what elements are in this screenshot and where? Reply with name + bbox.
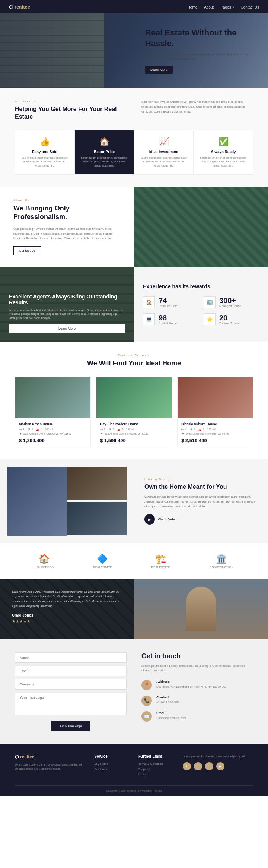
hero-section: Real Estate Without the Hassle. Lorem ip… <box>0 13 268 88</box>
name-input[interactable] <box>15 652 127 663</box>
investment-text: Lorem ipsum dolor sit amet, consectetur … <box>140 156 188 168</box>
contact-title: Get in touch <box>141 652 253 660</box>
testimonial-text-side: Cras id gravida purus. Praesent quis ull… <box>0 579 134 639</box>
nav-home[interactable]: Home <box>188 5 198 9</box>
nav-contact[interactable]: Contact Us <box>241 5 259 9</box>
agents-stats-side: Experience has its rewards. 🏠 74 Home on… <box>134 267 268 342</box>
stat-escrow-number: 20 <box>219 314 240 321</box>
price-icon: 🏠 <box>80 137 128 147</box>
email-input[interactable] <box>15 666 127 676</box>
partner-2-name: REALESTATE <box>93 566 112 569</box>
footer-grid: ⬡ realtee Lorem ipsum dolor sit amet, co… <box>15 754 253 778</box>
send-message-button[interactable]: Send Message <box>51 721 90 731</box>
email-title: Email <box>156 711 186 715</box>
stat-escrow-label: Escrow Service <box>219 321 240 325</box>
stat-home-sale: 🏠 74 Home on Sale <box>143 296 198 308</box>
featured-title: We Will Find Your Ideal Home <box>15 359 253 368</box>
easy-title: Easy and Safe <box>20 150 69 154</box>
service-cards-grid: 👍 Easy and Safe Lorem ipsum dolor sit am… <box>15 130 253 175</box>
hero-learn-more-button[interactable]: Learn More <box>145 66 173 74</box>
featured-header: Featured Property We Will Find Your Idea… <box>15 354 253 368</box>
service-section: Our Service Helping You Get More For You… <box>0 88 268 187</box>
about-contact-button[interactable]: Contact Us <box>13 246 41 255</box>
footer-link-terms[interactable]: Terms & Condition <box>138 762 174 766</box>
social-linkedin-icon[interactable]: in <box>205 762 213 770</box>
phone-icon: 📞 <box>141 696 152 706</box>
ready-text: Lorem ipsum dolor sit amet, consectetur … <box>199 156 248 168</box>
service-label: Our Service <box>15 100 127 103</box>
spec-baths-1: 🚿 1 <box>27 428 33 431</box>
social-facebook-icon[interactable]: f <box>183 762 191 770</box>
service-card-price: 🏠 Better Price Lorem ipsum dolor sit ame… <box>74 130 134 175</box>
interior-images-grid <box>0 459 134 543</box>
property-location-3: 📍 89 E. Shore Rd. Torrington, CT 06790 <box>181 433 249 435</box>
stat-escrow-info: 20 Escrow Service <box>219 314 240 325</box>
testimonial-name: Craig Jones <box>12 613 122 617</box>
social-twitter-icon[interactable]: t <box>194 762 202 770</box>
logo[interactable]: ⬡ realtee <box>9 4 30 10</box>
property-price-1: $ 1,299,499 <box>19 438 87 443</box>
ready-icon: ✅ <box>199 137 248 147</box>
interior-images-right <box>67 467 127 536</box>
footer-social-text: Lorem ipsum dolor sit amet, consectetur … <box>183 754 253 758</box>
play-icon[interactable]: ▶ <box>144 514 155 525</box>
footer-link-buy[interactable]: Buy Home <box>94 762 130 766</box>
phone-title: Contact <box>156 696 180 699</box>
agents-image-side: Excellent Agents Always Bring Outstandin… <box>0 267 134 342</box>
property-image-3 <box>178 377 253 418</box>
partner-2-icon: 🔷 <box>93 554 112 564</box>
stat-managed-label: Managed House <box>219 304 241 308</box>
footer-link-sell[interactable]: Sell Home <box>94 767 130 771</box>
interior-content: Interior Design Own the Home Meant for Y… <box>134 459 268 543</box>
stat-home-label: Home on Sale <box>159 304 178 308</box>
stat-rented-info: 98 Rented Home <box>159 314 177 325</box>
spec-beds-3: 🛏 4 <box>181 428 186 431</box>
footer-socials: f t in ▶ <box>183 762 253 770</box>
spec-size-2: 150 m² <box>126 428 134 431</box>
nav-about[interactable]: About <box>204 5 214 9</box>
footer-link-property[interactable]: Property <box>138 767 174 771</box>
spec-parking-2: 🚗 2 <box>117 428 123 431</box>
partner-1: 🏠 HOUSEDECO <box>35 554 54 569</box>
watch-video-button[interactable]: ▶ Watch Video <box>144 514 258 525</box>
interior-section: Interior Design Own the Home Meant for Y… <box>0 459 268 543</box>
testimonial-image-side <box>134 579 268 639</box>
spec-beds-2: 🛏 3 <box>100 428 105 431</box>
contact-address-item: 📍 Address Dia-Robje 71h Blumberg St New … <box>141 680 253 690</box>
about-img-placeholder <box>134 187 268 267</box>
message-textarea[interactable] <box>15 693 127 715</box>
service-card-ready: ✅ Always Ready Lorem ipsum dolor sit ame… <box>194 130 253 175</box>
footer-link-news[interactable]: News <box>138 773 174 776</box>
property-location-2: 📍 616 Atlantic Lane Northville, MI 48167 <box>100 433 168 435</box>
stat-home-info: 74 Home on Sale <box>159 297 178 308</box>
property-location-1: 📍 213 Windfall Street Glen Cove, NY 1154… <box>19 433 87 435</box>
price-title: Better Price <box>80 150 128 154</box>
stat-home-icon: 🏠 <box>143 296 155 308</box>
address-icon: 📍 <box>141 680 152 690</box>
price-text: Lorem ipsum dolor sit amet, consectetur … <box>80 156 128 168</box>
investment-title: Ideal Investment <box>140 150 188 154</box>
property-name-2: City Side Modern House <box>100 422 168 426</box>
footer-social-col: Lorem ipsum dolor sit amet, consectetur … <box>183 754 253 778</box>
footer-logo: ⬡ realtee <box>15 754 85 760</box>
property-info-1: Modern Urban House 🛏 2 🚿 1 🚗 1 200 m² 📍 … <box>15 418 90 447</box>
stat-home-number: 74 <box>159 297 178 304</box>
ready-title: Always Ready <box>199 150 248 154</box>
social-youtube-icon[interactable]: ▶ <box>216 762 224 770</box>
service-text: Sed nibh nisl, viverra a tristique vel, … <box>141 100 253 114</box>
spec-parking-1: 🚗 1 <box>36 428 42 431</box>
person-silhouette <box>186 587 216 631</box>
agents-image: Excellent Agents Always Bring Outstandin… <box>0 267 134 342</box>
agents-learn-more-button[interactable]: Learn More <box>9 324 125 333</box>
hero-text: Lorem ipsum dolor sit amet, consectetur … <box>145 52 257 61</box>
stat-managed-info: 300+ Managed House <box>219 297 241 308</box>
testimonial-content: Cras id gravida purus. Praesent quis ull… <box>0 579 268 639</box>
company-input[interactable] <box>15 679 127 690</box>
stat-escrow: ⭐ 20 Escrow Service <box>204 313 259 325</box>
stat-rented: 💻 98 Rented Home <box>143 313 198 325</box>
nav-pages[interactable]: Pages ▾ <box>220 5 234 9</box>
property-info-2: City Side Modern House 🛏 3 🚿 1 🚗 2 150 m… <box>96 418 172 447</box>
property-specs-1: 🛏 2 🚿 1 🚗 1 200 m² <box>19 428 87 431</box>
service-header-left: Our Service Helping You Get More For You… <box>15 100 127 121</box>
property-price-2: $ 1,599,499 <box>100 438 168 443</box>
